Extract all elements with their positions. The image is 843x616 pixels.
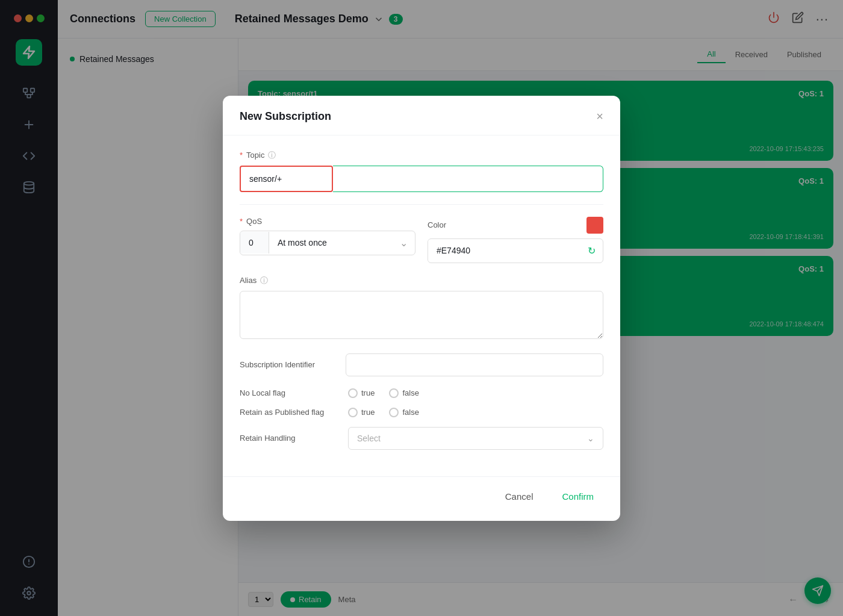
qos-color-row: * QoS 0 At most once ⌄ Color bbox=[240, 217, 603, 263]
retain-published-radio-group: true false bbox=[348, 408, 419, 417]
no-local-true-option[interactable]: true bbox=[348, 388, 375, 398]
cancel-button[interactable]: Cancel bbox=[496, 487, 543, 506]
retain-published-true-option[interactable]: true bbox=[348, 408, 375, 417]
retain-published-true-radio[interactable] bbox=[348, 408, 358, 417]
retain-handling-placeholder: Select bbox=[357, 434, 381, 443]
modal-body: * Topic ⓘ * QoS 0 bbox=[223, 135, 620, 476]
sub-id-label: Subscription Identifier bbox=[240, 360, 336, 369]
alias-textarea[interactable] bbox=[240, 291, 603, 339]
alias-label: Alias ⓘ bbox=[240, 275, 603, 286]
retain-published-false-option[interactable]: false bbox=[389, 408, 418, 417]
topic-suffix-area[interactable] bbox=[333, 166, 603, 192]
topic-label: * Topic ⓘ bbox=[240, 150, 603, 161]
qos-number: 0 bbox=[240, 232, 269, 254]
modal-close-button[interactable]: × bbox=[596, 110, 603, 122]
no-local-flag-row: No Local flag true false bbox=[240, 388, 603, 398]
qos-group: * QoS 0 At most once ⌄ bbox=[240, 217, 415, 263]
no-local-false-option[interactable]: false bbox=[389, 388, 418, 398]
alias-form-group: Alias ⓘ bbox=[240, 275, 603, 341]
topic-input-wrapper bbox=[240, 166, 603, 192]
qos-label: * QoS bbox=[240, 217, 415, 226]
color-hex-input[interactable] bbox=[428, 240, 580, 261]
no-local-label: No Local flag bbox=[240, 388, 348, 397]
no-local-false-radio[interactable] bbox=[389, 388, 399, 398]
retain-handling-select[interactable]: Select ⌄ bbox=[348, 427, 603, 450]
no-local-true-radio[interactable] bbox=[348, 388, 358, 398]
new-subscription-modal: New Subscription × * Topic ⓘ bbox=[223, 96, 620, 521]
color-group: Color ↻ bbox=[428, 217, 603, 263]
confirm-button[interactable]: Confirm bbox=[552, 487, 603, 506]
retain-handling-chevron: ⌄ bbox=[587, 434, 594, 443]
topic-required-marker: * bbox=[240, 151, 243, 160]
retain-published-label: Retain as Published flag bbox=[240, 408, 348, 417]
retain-handling-label: Retain Handling bbox=[240, 434, 348, 443]
color-preview-swatch[interactable] bbox=[586, 217, 603, 234]
color-refresh-button[interactable]: ↻ bbox=[580, 239, 603, 263]
sub-id-input[interactable] bbox=[346, 353, 603, 376]
alias-info-icon[interactable]: ⓘ bbox=[260, 275, 268, 286]
modal-title: New Subscription bbox=[240, 110, 331, 123]
retain-published-false-radio[interactable] bbox=[389, 408, 399, 417]
topic-info-icon[interactable]: ⓘ bbox=[268, 150, 276, 161]
qos-text: At most once bbox=[269, 232, 393, 254]
color-input-row: ↻ bbox=[428, 238, 603, 263]
retain-handling-row: Retain Handling Select ⌄ bbox=[240, 427, 603, 450]
qos-required-marker: * bbox=[240, 217, 243, 226]
no-local-radio-group: true false bbox=[348, 388, 419, 398]
retain-published-flag-row: Retain as Published flag true false bbox=[240, 408, 603, 417]
qos-chevron-icon[interactable]: ⌄ bbox=[393, 231, 415, 255]
sub-id-row: Subscription Identifier bbox=[240, 353, 603, 376]
modal-footer: Cancel Confirm bbox=[223, 476, 620, 521]
modal-header: New Subscription × bbox=[223, 96, 620, 135]
topic-form-group: * Topic ⓘ bbox=[240, 150, 603, 192]
color-label-row: Color bbox=[428, 217, 603, 234]
topic-prefix-input[interactable] bbox=[240, 166, 333, 192]
qos-select[interactable]: 0 At most once ⌄ bbox=[240, 231, 415, 255]
modal-overlay: New Subscription × * Topic ⓘ bbox=[0, 0, 843, 616]
